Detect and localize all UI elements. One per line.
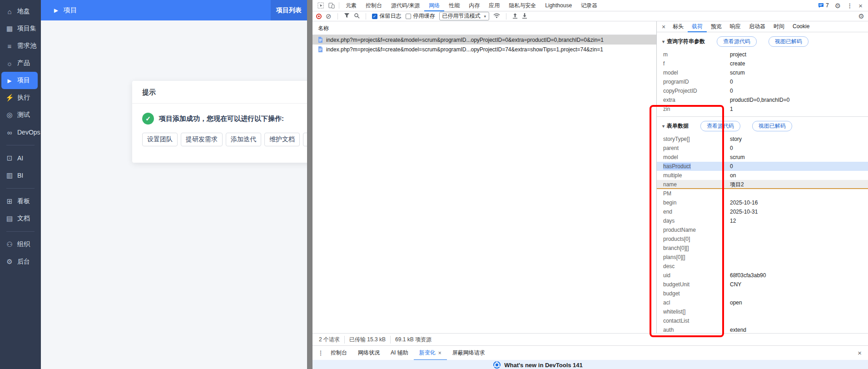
devtools-tab[interactable]: 记录器 [576,0,602,11]
sidebar-item[interactable]: ≡ 需求池 [1,37,38,55]
param-row[interactable]: branch[0][] [657,244,868,253]
param-row[interactable]: whitelist[] [657,307,868,316]
close-details-icon[interactable]: × [659,23,669,30]
view-source-button[interactable]: 查看源代码 [700,121,740,131]
dialog-action-button[interactable]: 提研发需求 [181,133,223,146]
details-tab[interactable]: 标头 [669,21,688,32]
device-toolbar-icon[interactable] [326,0,337,11]
sidebar-item[interactable]: ▤ 文档 [1,210,38,227]
param-row[interactable]: name 项目2 [657,180,868,189]
param-row[interactable]: programID 0 [657,77,868,86]
close-tab-icon[interactable]: × [438,350,441,356]
param-row[interactable]: extra productID=0,branchID=0 [657,95,868,105]
request-row[interactable]: index.php?m=project&f=create&model=scrum… [312,45,656,54]
details-tab[interactable]: 响应 [726,21,745,32]
import-har-icon[interactable] [512,13,518,20]
param-row[interactable]: zin 1 [657,105,868,114]
param-row[interactable]: budgetUnit CNY [657,280,868,289]
details-tab[interactable]: 预览 [707,21,726,32]
requests-name-header[interactable]: 名称 [312,21,656,35]
whats-new-link[interactable]: What's new in DevTools 141 [504,362,583,369]
throttling-select[interactable]: 已停用节流模式 ▾ [439,12,490,20]
devtools-splitter[interactable] [307,0,312,369]
param-row[interactable]: storyType[] story [657,135,868,144]
devtools-tab[interactable]: 性能 [444,0,464,11]
devtools-tab[interactable]: Lighthouse [541,0,576,11]
sidebar-item[interactable]: ⊞ 看板 [1,193,38,210]
drawer-tab[interactable]: 网络状况 × [352,346,385,360]
network-settings-gear-icon[interactable]: ⚙ [858,13,864,20]
view-decoded-button[interactable]: 视图已解码 [752,121,792,131]
drawer-kebab-menu-icon[interactable]: ⋮ [316,349,325,356]
drawer-tab[interactable]: 屏蔽网络请求 × [447,346,491,360]
dialog-action-button[interactable]: 设置团队 [142,133,178,146]
drawer-tab[interactable]: 控制台 × [325,346,352,360]
close-drawer-icon[interactable]: × [858,349,864,357]
param-row[interactable]: begin 2025-10-16 [657,198,868,207]
sidebar-item[interactable]: ⚙ 后台 [1,253,38,270]
inspect-cursor-icon[interactable] [315,0,326,11]
sidebar-item[interactable]: ∞ DevOps [1,124,38,141]
param-row[interactable]: uid 68f03cfa3ab90 [657,271,868,280]
param-row[interactable]: auth extend [657,325,868,333]
clear-icon[interactable]: ⊘ [326,13,332,20]
devtools-tab[interactable]: 源代码/来源 [387,0,424,11]
details-tab[interactable]: 启动器 [745,21,769,32]
param-row[interactable]: copyProjectID 0 [657,86,868,95]
sidebar-item[interactable]: ► 项目 [1,72,38,89]
disable-cache-checkbox[interactable]: 停用缓存 [406,12,435,20]
param-row[interactable]: model scrum [657,68,868,77]
param-row[interactable]: acl open [657,298,868,307]
param-row[interactable]: productName [657,225,868,234]
sidebar-item[interactable]: ☼ 产品 [1,55,38,72]
devtools-tab[interactable]: 网络 [424,0,444,11]
sidebar-item[interactable]: ⌂ 地盘 [1,3,38,20]
details-tab[interactable]: 时间 [769,21,789,32]
drawer-tab[interactable]: 新变化 × [414,346,447,360]
sidebar-item[interactable]: ▦ 项目集 [1,20,38,37]
param-row[interactable]: PM [657,189,868,198]
network-conditions-icon[interactable] [493,13,500,20]
param-row[interactable]: contactList [657,316,868,325]
settings-gear-icon[interactable]: ⚙ [835,2,841,9]
param-row[interactable]: budget [657,289,868,298]
param-row[interactable]: plans[0][] [657,253,868,262]
view-source-button[interactable]: 查看源代码 [717,36,757,47]
param-row[interactable]: days 12 [657,216,868,225]
kebab-menu-icon[interactable]: ⋮ [847,2,853,9]
param-row[interactable]: m project [657,50,868,59]
sidebar-item[interactable]: ◎ 测试 [1,106,38,124]
dialog-action-button[interactable]: 进 [303,133,307,146]
sidebar-item[interactable]: ⚡ 执行 [1,89,38,106]
devtools-tab[interactable]: 内存 [464,0,484,11]
param-row[interactable]: model scrum [657,153,868,162]
sidebar-item[interactable]: ⚇ 组织 [1,236,38,253]
dialog-action-button[interactable]: 维护文档 [264,133,300,146]
drawer-tab[interactable]: AI 辅助 × [385,346,414,360]
dialog-action-button[interactable]: 添加迭代 [226,133,261,146]
devtools-tab[interactable]: 控制台 [361,0,387,11]
details-tab[interactable]: 载荷 [688,21,707,32]
param-row[interactable]: hasProduct 0 [657,162,868,171]
issues-badge[interactable]: 7 [818,2,829,9]
param-row[interactable]: end 2025-10-31 [657,207,868,216]
devtools-tab[interactable]: 应用 [484,0,504,11]
param-row[interactable]: parent 0 [657,144,868,153]
filter-icon[interactable] [344,13,350,20]
search-icon[interactable] [354,13,360,20]
sidebar-item[interactable]: ▥ BI [1,167,38,184]
export-har-icon[interactable] [522,13,527,20]
details-tab[interactable]: Cookie [789,21,813,32]
close-devtools-icon[interactable]: × [858,2,863,9]
param-row[interactable]: multiple on [657,171,868,180]
project-list-tab[interactable]: 项目列表 [271,0,307,20]
param-row[interactable]: f create [657,59,868,68]
param-row[interactable]: desc [657,262,868,271]
devtools-tab[interactable]: 元素 [341,0,361,11]
preserve-log-checkbox[interactable]: ✓ 保留日志 [372,12,402,20]
sidebar-item[interactable]: ⊡ AI [1,150,38,167]
record-icon[interactable] [316,14,322,19]
view-decoded-button[interactable]: 视图已解码 [769,36,808,47]
param-row[interactable]: products[0] [657,234,868,244]
request-row[interactable]: index.php?m=project&f=create&model=scrum… [312,35,656,45]
